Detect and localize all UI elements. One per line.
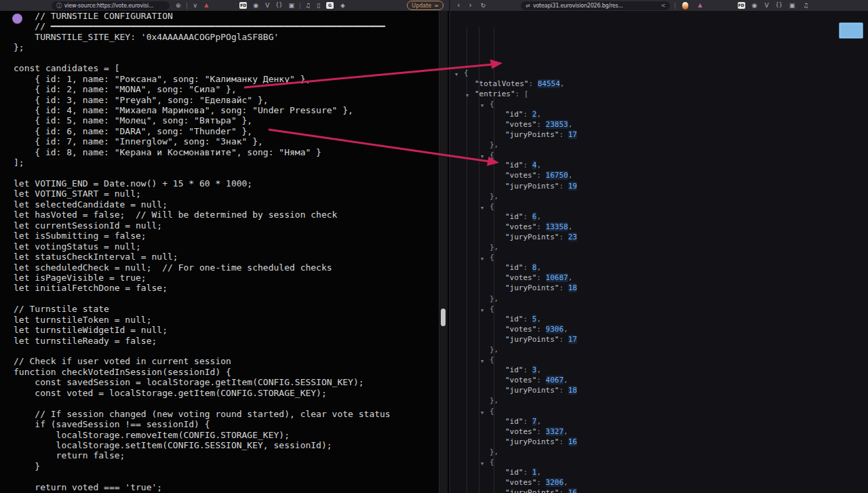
- json-row: ▼{: [450, 355, 868, 365]
- reload-icon[interactable]: ↻: [481, 0, 486, 11]
- left-url-bar[interactable]: ⓘ view-source:https://vote.eurovisi...: [52, 1, 170, 10]
- json-token: :: [536, 478, 545, 487]
- camera-icon[interactable]: ◉: [752, 0, 757, 11]
- json-token: {: [490, 151, 494, 159]
- forward-icon[interactable]: ›: [469, 0, 471, 11]
- json-token: ,: [568, 222, 573, 231]
- fd-extension-icon[interactable]: FD: [738, 2, 745, 9]
- json-row: "totalVotes": 84554,: [450, 79, 868, 89]
- json-row: ▼{: [450, 457, 868, 467]
- json-row: "juryPoints": 19: [450, 181, 868, 191]
- json-row: "id": 4,: [450, 160, 868, 170]
- json-token: : [: [515, 90, 529, 98]
- code-line: return voted === 'true';: [14, 482, 453, 492]
- json-row: "votes": 9306,: [450, 324, 868, 334]
- json-token: {: [490, 458, 494, 467]
- braces-icon[interactable]: {}: [776, 0, 783, 11]
- json-token: "id": [505, 110, 524, 119]
- json-row: "votes": 16750,: [450, 170, 868, 180]
- json-token: ,: [568, 120, 573, 129]
- g-extension-icon[interactable]: G: [326, 2, 334, 9]
- json-token: :: [559, 283, 568, 292]
- json-token: "id": [505, 417, 524, 426]
- code-line: return false;: [14, 450, 453, 460]
- diamond-extension-icon[interactable]: ◈: [340, 0, 345, 11]
- code-line: let VOTING_START = null;: [14, 189, 453, 199]
- recording-dot: [12, 14, 22, 24]
- json-row: "id": 6,: [450, 212, 868, 222]
- json-token: ,: [564, 427, 568, 436]
- v-extension-icon[interactable]: V: [265, 0, 269, 11]
- music-icon[interactable]: ♫: [803, 0, 808, 11]
- json-token: "id": [505, 263, 524, 272]
- json-token: },: [490, 294, 498, 303]
- code-line: localStorage.removeItem(CONFIG.STORAGE_K…: [14, 430, 453, 440]
- update-button-label: Update: [412, 3, 431, 9]
- json-row: "juryPoints": 23: [450, 232, 868, 242]
- alert-triangle-icon[interactable]: ▲: [204, 0, 208, 11]
- code-line: [14, 471, 453, 481]
- right-url-text: voteapi31.eurovision2026.bg/res...: [533, 3, 623, 9]
- right-url-bar[interactable]: ⇄ voteapi31.eurovision2026.bg/res... <: [521, 1, 670, 10]
- code-line: TURNSTILE_SITE_KEY: '0x4AAAAAACOGPpPOgla…: [14, 32, 453, 42]
- json-token: "votes": [505, 273, 536, 282]
- permissions-icon[interactable]: ⇄: [526, 3, 530, 9]
- json-token: },: [490, 243, 498, 252]
- json-token: ,: [536, 366, 541, 374]
- site-info-icon[interactable]: ⓘ: [56, 2, 62, 9]
- json-token: ,: [564, 478, 568, 487]
- json-token: 84554: [538, 79, 560, 88]
- json-row: ▼"entries": [: [450, 89, 868, 99]
- json-token: },: [490, 345, 498, 354]
- json-token: {: [464, 68, 469, 77]
- code-line: [14, 53, 453, 63]
- back-icon[interactable]: ‹: [457, 0, 460, 11]
- json-token: "id": [505, 468, 524, 477]
- json-token: "votes": [505, 325, 536, 334]
- v-extension-icon[interactable]: V: [764, 0, 768, 11]
- braces-icon[interactable]: {}: [275, 0, 282, 11]
- json-row: "votes": 3206,: [450, 477, 868, 488]
- json-token: "votes": [505, 478, 536, 487]
- json-response-pane[interactable]: ▼{"totalVotes": 84554,▼"entries": [▼{"id…: [450, 11, 868, 493]
- json-row: },: [450, 191, 868, 201]
- json-viewer-window: ‹ › ↻ ⇄ voteapi31.eurovision2026.bg/res.…: [449, 0, 868, 493]
- json-row: "votes": 3327,: [450, 427, 868, 437]
- json-row: },: [450, 395, 868, 406]
- json-token: "id": [505, 366, 524, 374]
- code-line: // If session changed (new voting round …: [14, 409, 453, 419]
- code-line: let turnstileToken = null;: [14, 315, 453, 325]
- code-line: let statusCheckInterval = null;: [14, 252, 453, 262]
- json-row: "juryPoints": 16: [450, 488, 868, 493]
- share-icon[interactable]: <: [661, 3, 666, 9]
- json-token: {: [490, 355, 494, 364]
- code-line: // TURNSTILE CONFIGURATION: [14, 11, 453, 21]
- panel-icon[interactable]: ▯: [317, 0, 320, 11]
- json-row: },: [450, 242, 868, 252]
- alert-triangle-icon[interactable]: ▲: [698, 0, 702, 11]
- fd-extension-icon[interactable]: FD: [239, 2, 247, 9]
- left-scrollbar[interactable]: [439, 11, 448, 493]
- code-line: let VOTING_END = Date.now() + 15 * 60 * …: [14, 178, 453, 189]
- json-token: ,: [536, 263, 541, 272]
- left-scrollbar-thumb[interactable]: [441, 309, 446, 326]
- json-token: 4067: [546, 376, 564, 384]
- boxed-icon[interactable]: ▣: [789, 0, 795, 11]
- left-browser-toolbar: ⓘ view-source:https://vote.eurovisi... ⊕…: [0, 0, 449, 11]
- json-token: "juryPoints": [505, 233, 559, 241]
- update-button[interactable]: Update ≡: [407, 1, 443, 10]
- json-token: "votes": [505, 120, 536, 129]
- view-source-code-pane[interactable]: // TURNSTILE CONFIGURATION // ━━━━━━━━━━…: [0, 11, 453, 493]
- right-browser-toolbar: ‹ › ↻ ⇄ voteapi31.eurovision2026.bg/res.…: [450, 0, 868, 11]
- flame-extension-icon[interactable]: [682, 2, 688, 9]
- dropdown-caret-icon[interactable]: ∨: [193, 0, 198, 11]
- code-line: let currentSessionId = null;: [14, 220, 453, 231]
- json-row: "id": 5,: [450, 314, 868, 324]
- json-row: "id": 2,: [450, 109, 868, 119]
- boxed-icon[interactable]: ▣: [289, 0, 295, 11]
- json-token: ,: [568, 171, 573, 180]
- music-icon[interactable]: ♫: [305, 0, 311, 11]
- camera-icon[interactable]: ◉: [253, 0, 258, 11]
- zoom-icon[interactable]: ⊕: [176, 0, 181, 11]
- code-line: const candidates = [: [14, 63, 453, 73]
